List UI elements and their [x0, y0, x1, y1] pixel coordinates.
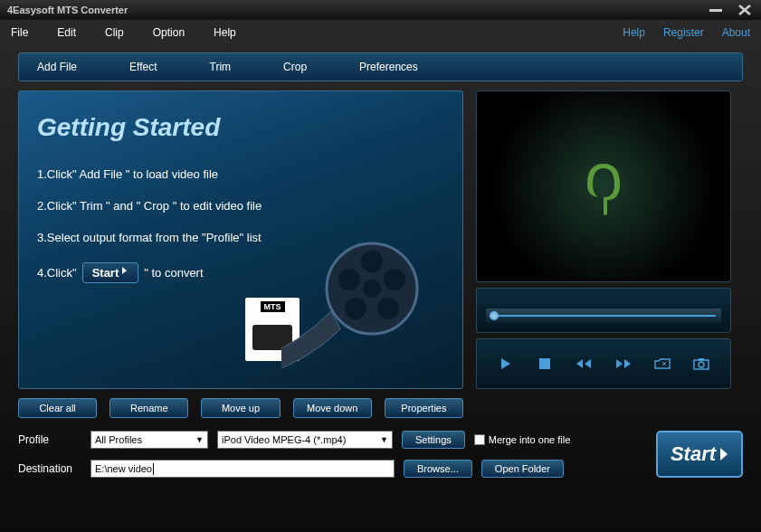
svg-rect-11 [699, 358, 704, 361]
profile-label: Profile [18, 433, 81, 446]
browse-button[interactable]: Browse... [404, 460, 472, 478]
inline-start-button: Start [82, 262, 139, 283]
clear-all-button[interactable]: Clear all [18, 398, 97, 418]
menu-edit[interactable]: Edit [57, 26, 76, 39]
destination-input[interactable]: E:\new video [90, 460, 395, 478]
link-about[interactable]: About [722, 26, 750, 39]
merge-label: Merge into one file [489, 434, 571, 445]
svg-point-7 [338, 269, 360, 290]
playback-controls [476, 338, 731, 389]
rename-button[interactable]: Rename [109, 398, 188, 418]
svg-rect-0 [709, 9, 722, 12]
open-button[interactable] [652, 353, 673, 375]
toolbar: Add File Effect Trim Crop Preferences [18, 52, 743, 81]
snapshot-button[interactable] [690, 353, 712, 375]
getting-started-panel: Getting Started 1.Click" Add File " to l… [18, 90, 463, 389]
menu-file[interactable]: File [11, 26, 28, 39]
move-up-button[interactable]: Move up [201, 398, 280, 418]
menubar: File Edit Clip Option Help Help Register… [0, 20, 761, 45]
chevron-down-icon: ▼ [195, 435, 204, 444]
video-preview [476, 90, 731, 282]
step-4-suffix: " to convert [144, 266, 203, 280]
toolbar-crop[interactable]: Crop [283, 61, 307, 73]
seek-area [476, 288, 731, 333]
titlebar: 4Easysoft MTS Converter [0, 0, 761, 20]
seek-thumb[interactable] [490, 311, 499, 320]
menu-help[interactable]: Help [214, 26, 236, 39]
stop-button[interactable] [534, 353, 556, 375]
app-title: 4Easysoft MTS Converter [7, 5, 128, 15]
start-button[interactable]: Start [656, 431, 743, 478]
close-button[interactable] [736, 5, 754, 15]
svg-point-2 [363, 280, 381, 298]
toolbar-preferences[interactable]: Preferences [359, 61, 418, 73]
toolbar-add-file[interactable]: Add File [37, 61, 77, 73]
step-4-prefix: 4.Click" [37, 266, 77, 280]
properties-button[interactable]: Properties [385, 398, 463, 418]
merge-checkbox[interactable]: Merge into one file [474, 434, 571, 445]
film-reel-icon [281, 234, 426, 379]
destination-label: Destination [18, 462, 81, 475]
toolbar-trim[interactable]: Trim [210, 61, 232, 73]
logo-icon [567, 150, 640, 223]
settings-button[interactable]: Settings [402, 431, 465, 449]
svg-point-4 [384, 269, 405, 290]
minimize-button[interactable] [707, 5, 725, 15]
play-button[interactable] [495, 353, 517, 375]
link-help[interactable]: Help [623, 26, 645, 39]
open-folder-button[interactable]: Open Folder [481, 460, 564, 478]
toolbar-effect[interactable]: Effect [129, 61, 157, 73]
menu-option[interactable]: Option [153, 26, 185, 39]
svg-rect-8 [539, 358, 550, 369]
profile-format-select[interactable]: iPod Video MPEG-4 (*.mp4)▼ [217, 431, 393, 449]
prev-button[interactable] [573, 353, 595, 375]
svg-point-5 [377, 298, 399, 319]
profile-category-select[interactable]: All Profiles▼ [90, 431, 208, 449]
link-register[interactable]: Register [663, 26, 704, 39]
menu-clip[interactable]: Clip [105, 26, 124, 39]
step-1: 1.Click" Add File " to load video file [37, 167, 444, 181]
svg-point-6 [345, 298, 366, 319]
move-down-button[interactable]: Move down [293, 398, 372, 418]
checkbox-icon [474, 434, 485, 445]
getting-started-title: Getting Started [37, 113, 444, 142]
svg-point-10 [699, 362, 704, 367]
next-button[interactable] [613, 353, 634, 375]
svg-point-3 [361, 251, 383, 272]
seek-slider[interactable] [486, 309, 721, 323]
chevron-down-icon: ▼ [380, 435, 388, 444]
step-2: 2.Click" Trim " and " Crop " to edit vid… [37, 199, 444, 213]
